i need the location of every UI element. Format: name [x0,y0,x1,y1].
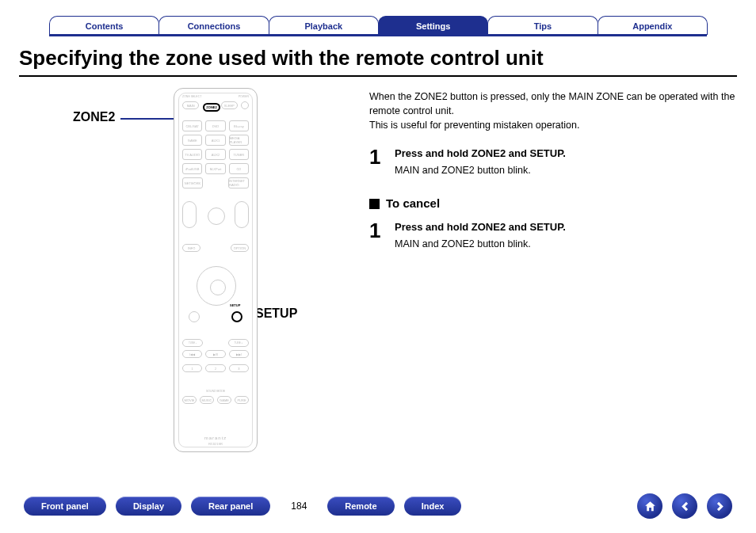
footer-nav: Front panel Display Rear panel 184 Remot… [0,493,756,519]
callout-zone2: ZONE2 [73,110,115,124]
tab-settings[interactable]: Settings [378,16,488,35]
top-tabs: Contents Connections Playback Settings T… [0,0,756,35]
remote-control-diagram: ZONE SELECT POWER MAIN SLEEP ZONE2 CBL/S… [174,88,258,452]
rear-panel-button[interactable]: Rear panel [191,497,270,516]
arrow-right-icon [713,500,727,513]
cancel-step-1: 1 Press and hold ZONE2 and SETUP. MAIN a… [369,220,737,251]
remote-info-btn: INFO [182,244,200,252]
remote-src: AUX1 [205,135,225,146]
page-number: 184 [291,501,307,512]
remote-src: M-XPort [205,163,225,174]
tab-underline [49,34,707,36]
step-1-number: 1 [369,147,384,177]
remote-power-label: POWER [239,95,249,98]
remote-num: 1 [182,364,202,372]
intro-line-2: This is useful for preventing mistaken o… [369,118,737,132]
remote-src: Blu-ray [229,120,249,131]
remote-src: CBL/SAT [182,120,202,131]
tab-contents[interactable]: Contents [49,16,159,35]
intro-line-1: When the ZONE2 button is pressed, only t… [369,89,737,118]
remote-channel-rocker [182,201,197,228]
remote-num: 3 [229,364,249,372]
remote-transport: ▶/II [205,350,225,358]
remote-transport: ▶▶I [229,350,249,358]
arrow-left-icon [678,500,692,513]
remote-src: iPod/USB [182,163,202,174]
intro-text: When the ZONE2 button is pressed, only t… [369,89,737,132]
remote-zone2-btn: ZONE2 [203,103,220,112]
remote-sleep-btn: SLEEP [221,101,238,109]
remote-option-btn: OPTION [231,244,249,252]
page-title: Specifying the zone used with the remote… [19,46,737,70]
remote-sound: MOVIE [182,396,197,404]
front-panel-button[interactable]: Front panel [24,497,106,516]
instructions-area: When the ZONE2 button is pressed, only t… [369,85,737,268]
remote-power-btn [241,101,249,109]
tab-playback[interactable]: Playback [269,16,379,35]
remote-model: RC021SR [174,442,257,446]
remote-main-btn: MAIN [182,101,199,109]
remote-dpad [197,266,236,306]
next-page-button[interactable] [707,493,732,519]
remote-sound: GAME [217,396,231,404]
remote-tune-minus: TUNE - [182,339,203,347]
remote-src: TUNER [229,149,249,160]
remote-back-btn [189,311,200,322]
remote-zone-select-label: ZONE SELECT [182,95,201,98]
tab-appendix[interactable]: Appendix [598,16,708,35]
step-1-sub: MAIN and ZONE2 button blink. [395,163,566,177]
tab-connections[interactable]: Connections [158,16,269,35]
remote-brand: marantz [174,436,257,440]
tab-tips[interactable]: Tips [487,16,598,35]
step-1: 1 Press and hold ZONE2 and SETUP. MAIN a… [369,147,737,177]
home-button[interactable] [637,493,662,519]
remote-sound-mode-label: SOUND MODE [174,390,257,393]
remote-volume-rocker [235,201,249,228]
cancel-step-1-title: Press and hold ZONE2 and SETUP. [395,220,566,235]
step-1-title: Press and hold ZONE2 and SETUP. [395,147,566,162]
remote-setup-btn [231,311,242,322]
remote-src: DVD [205,120,225,131]
cancel-step-1-sub: MAIN and ZONE2 button blink. [395,237,566,251]
remote-button[interactable]: Remote [327,497,394,516]
remote-mute-btn [208,207,225,225]
home-icon [643,500,657,513]
remote-sound: MUSIC [200,396,214,404]
cancel-heading: To cancel [369,195,737,212]
cancel-step-1-number: 1 [369,220,384,251]
remote-setup-label: SETUP [230,303,240,307]
body: ZONE2 SETUP ZONE SELECT POWER MAIN SLEEP… [0,77,756,268]
cancel-heading-text: To cancel [386,195,440,212]
remote-num: 2 [205,364,225,372]
remote-src: NETWORK [182,177,203,188]
index-button[interactable]: Index [404,497,462,516]
remote-transport: I◀◀ [182,350,202,358]
remote-src: CD [229,163,249,174]
callout-setup: SETUP [255,306,297,321]
display-button[interactable]: Display [116,497,181,516]
square-bullet-icon [369,199,380,209]
remote-src: MEDIA PLAYER [229,135,249,146]
remote-src: AUX2 [205,149,225,160]
remote-src: INTERNET RADIO [228,177,249,188]
remote-sound: PURE [235,396,249,404]
prev-page-button[interactable] [672,493,697,519]
remote-src: TV AUDIO [182,149,202,160]
remote-illustration-area: ZONE2 SETUP ZONE SELECT POWER MAIN SLEEP… [19,85,358,268]
remote-src: GAME [182,135,202,146]
remote-tune-plus: TUNE + [228,339,249,347]
remote-src [206,177,225,188]
